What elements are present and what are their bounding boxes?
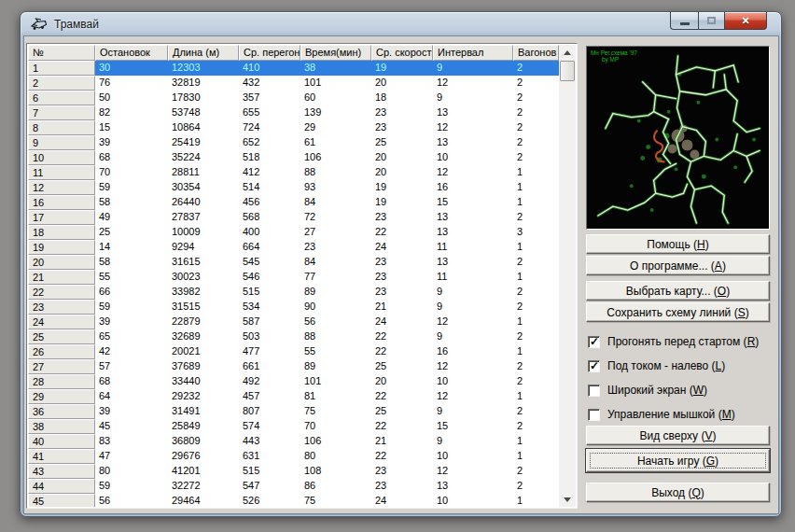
data-cell: 16 (433, 344, 513, 359)
row-header-cell: 7 (28, 105, 95, 120)
close-button[interactable]: ✕ (724, 12, 767, 30)
data-cell: 13 (433, 210, 513, 225)
option-widescreen[interactable]: Широкий экран (W) (588, 384, 707, 397)
titlebar[interactable]: Трамвай ✕ (21, 12, 781, 36)
table-header-row: №ОстановокДлина (м)Ср. перегонВремя(мин)… (28, 45, 559, 61)
table-row[interactable]: 3845258495747022152 (28, 419, 559, 434)
data-cell: 2 (513, 135, 559, 150)
data-cell: 1 (513, 195, 559, 210)
vertical-scrollbar[interactable] (559, 45, 576, 507)
table-row[interactable]: 65017830357601892 (28, 91, 559, 105)
table-row[interactable]: 43804120151510823122 (28, 464, 559, 479)
table-row[interactable]: 2058316155458423132 (28, 255, 559, 270)
table-row[interactable]: 2757376896618925122 (28, 359, 559, 374)
table-row[interactable]: 1825100094002722133 (28, 225, 559, 240)
data-cell: 13 (433, 105, 513, 120)
minimize-button[interactable] (670, 12, 698, 30)
table-row[interactable]: 363931491807752592 (28, 404, 559, 419)
table-row[interactable]: 28683344049210120102 (28, 374, 559, 389)
table-row[interactable]: 1749278375687223132 (28, 210, 559, 225)
map-label-line2: by МР (602, 56, 619, 63)
table-row[interactable]: 4556294645267524101 (28, 494, 559, 507)
choose-map-button[interactable]: Выбрать карту... (O) (586, 281, 770, 301)
help-button[interactable]: Помощь (H) (586, 234, 770, 254)
data-cell: 15 (433, 195, 513, 210)
data-cell: 546 (239, 270, 300, 285)
data-cell: 456 (239, 195, 300, 210)
window-controls: ✕ (670, 12, 767, 30)
table-row[interactable]: 235931515534902192 (28, 300, 559, 315)
row-header-cell: 28 (28, 374, 95, 389)
column-header[interactable]: Ср. скорость (371, 45, 433, 61)
option-powered-left[interactable]: Под током - налево (L) (588, 359, 725, 372)
data-cell: 2 (513, 210, 559, 225)
data-cell: 568 (239, 210, 300, 225)
data-cell: 24 (371, 494, 433, 507)
data-cell: 65 (95, 329, 168, 344)
data-cell: 39 (95, 315, 168, 329)
data-cell: 20 (371, 165, 433, 180)
about-button[interactable]: О программе... (A) (586, 256, 770, 275)
table-row[interactable]: 191492946642324111 (28, 240, 559, 255)
column-header[interactable]: Остановок (95, 45, 168, 61)
data-cell: 101 (300, 76, 371, 91)
table-row[interactable]: 10683522451810620102 (28, 150, 559, 165)
column-header[interactable]: Вагонов (513, 45, 559, 61)
table-row[interactable]: 7825374865513923132 (28, 105, 559, 120)
table-row[interactable]: 939254196526125132 (28, 135, 559, 150)
data-cell: 28811 (168, 165, 239, 180)
table-row[interactable]: 1170288114128820121 (28, 165, 559, 180)
data-cell: 10864 (168, 120, 239, 135)
checkbox-widescreen[interactable] (588, 385, 600, 397)
table-row[interactable]: 2642200214775522161 (28, 344, 559, 359)
column-header[interactable]: Ср. перегон (239, 45, 300, 61)
table-row[interactable]: 256532689503882292 (28, 329, 559, 344)
data-cell: 20 (371, 150, 433, 165)
table-row[interactable]: 2763281943210120122 (28, 76, 559, 91)
checkbox-mouse-control[interactable] (588, 409, 600, 421)
map-label-line1: Мн Рег.схема '97 (591, 49, 637, 56)
row-header-cell: 43 (28, 464, 95, 479)
data-cell: 106 (300, 150, 371, 165)
data-cell: 2 (513, 105, 559, 120)
table-row[interactable]: 2964292324578122121 (28, 389, 559, 404)
scroll-down-button[interactable] (559, 492, 576, 507)
checkbox-run-before-start[interactable] (588, 336, 600, 348)
table-row[interactable]: 1658264404568419151 (28, 195, 559, 210)
minimize-icon (680, 22, 690, 25)
table-row[interactable]: 2439228795875624121 (28, 315, 559, 329)
top-view-button[interactable]: Вид сверху (V) (586, 426, 770, 445)
table-row[interactable]: 13012303410381992 (28, 61, 559, 76)
scrollbar-thumb[interactable] (560, 61, 575, 81)
column-header[interactable]: Длина (м) (168, 45, 239, 61)
table-row[interactable]: 815108647242923122 (28, 120, 559, 135)
option-run-before-start[interactable]: Прогонять перед стартом (R) (588, 335, 759, 348)
data-cell: 477 (239, 344, 300, 359)
scroll-up-button[interactable] (559, 45, 576, 60)
exit-button[interactable]: Выход (Q) (586, 483, 770, 502)
table-row[interactable]: 4083368094431062191 (28, 434, 559, 449)
data-cell: 2 (513, 419, 559, 434)
data-cell: 82 (95, 105, 168, 120)
table-row[interactable]: 226633982515892392 (28, 285, 559, 300)
data-cell: 90 (300, 300, 371, 315)
column-header[interactable]: Время(мин) (300, 45, 371, 61)
data-cell: 25419 (168, 135, 239, 150)
column-header[interactable]: № (28, 45, 95, 61)
start-game-button[interactable]: Начать игру (G) (586, 449, 770, 472)
data-cell: 31515 (168, 300, 239, 315)
table-row[interactable]: 4147296766318022101 (28, 449, 559, 464)
maximize-button[interactable] (698, 12, 724, 30)
data-cell: 70 (300, 419, 371, 434)
table-row[interactable]: 4459322725478623132 (28, 479, 559, 494)
table-row[interactable]: 1259303545149319161 (28, 180, 559, 195)
table-row[interactable]: 2155300235467723111 (28, 270, 559, 285)
data-cell: 1 (513, 434, 559, 449)
option-mouse-control[interactable]: Управление мышкой (M) (588, 408, 735, 421)
data-cell: 526 (239, 494, 300, 507)
save-scheme-button[interactable]: Сохранить схему линий (S) (586, 302, 770, 322)
data-cell: 1 (513, 344, 559, 359)
data-cell: 55 (95, 270, 168, 285)
checkbox-powered-left[interactable] (588, 360, 600, 372)
column-header[interactable]: Интервал (433, 45, 513, 61)
